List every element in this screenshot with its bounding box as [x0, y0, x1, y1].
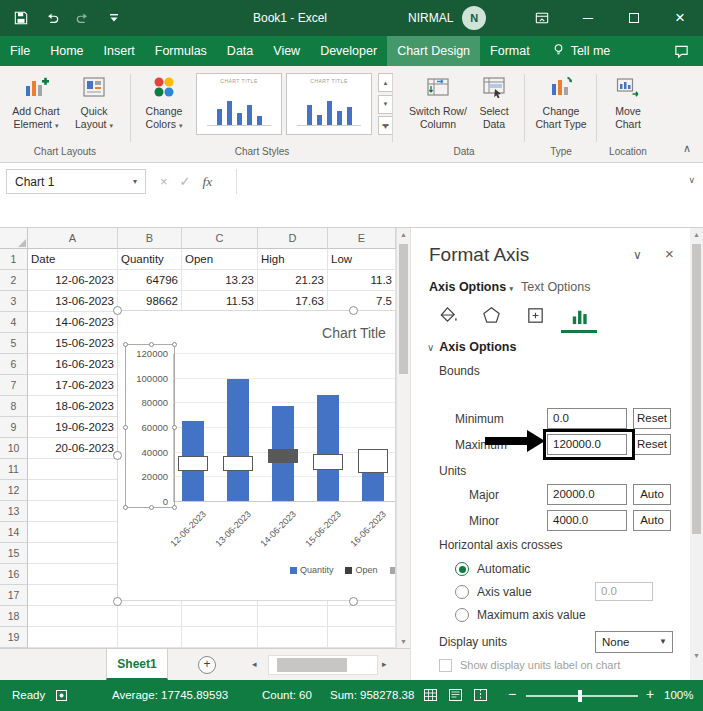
zoom-out-button[interactable]: −	[508, 686, 516, 702]
cell-A7[interactable]: 17-06-2023	[28, 375, 118, 396]
size-properties-icon[interactable]	[517, 300, 553, 330]
row-header-4[interactable]: 4	[0, 312, 28, 333]
maximize-button[interactable]	[611, 0, 657, 36]
row-header-10[interactable]: 10	[0, 438, 28, 459]
open-close-box[interactable]	[313, 454, 343, 470]
avatar[interactable]: N	[462, 6, 486, 30]
fill-line-icon[interactable]	[429, 300, 465, 330]
display-units-dropdown[interactable]: None ▼	[595, 631, 673, 653]
tab-axis-options[interactable]: Axis Options ▾	[429, 280, 513, 294]
maximum-reset-button[interactable]: Reset	[633, 434, 671, 455]
change-colors-button[interactable]: Change Colors ▾	[136, 71, 192, 132]
move-chart-button[interactable]: Move Chart	[604, 71, 652, 130]
radio-axis-value[interactable]	[455, 585, 469, 599]
effects-icon[interactable]	[473, 300, 509, 330]
cell-A4[interactable]: 14-06-2023	[28, 312, 118, 333]
select-all-corner[interactable]	[0, 228, 28, 249]
pane-collapse-icon[interactable]: ∨	[633, 248, 642, 262]
cell-D18[interactable]	[258, 606, 328, 627]
chart-style-preview-2[interactable]: CHART TITLE	[286, 73, 372, 135]
cell-B18[interactable]	[118, 606, 182, 627]
radio-automatic[interactable]	[455, 562, 469, 576]
cell-D2[interactable]: 21.23	[258, 270, 328, 291]
cell-E18[interactable]	[328, 606, 396, 627]
cell-B2[interactable]: 64796	[118, 270, 182, 291]
cell-B1[interactable]: Quantity	[118, 249, 182, 270]
change-chart-type-button[interactable]: Change Chart Type	[530, 71, 592, 130]
cell-A18[interactable]	[28, 606, 118, 627]
status-average[interactable]: Average: 17745.89593	[112, 689, 228, 701]
name-box-caret-icon[interactable]: ▾	[125, 177, 145, 186]
tab-text-options[interactable]: Text Options	[521, 280, 590, 294]
minor-unit-input[interactable]: 4000.0	[547, 510, 627, 531]
gallery-down-icon[interactable]: ▼	[378, 95, 393, 114]
row-header-14[interactable]: 14	[0, 522, 28, 543]
pane-scrollbar[interactable]: ▲ ▼	[690, 228, 703, 680]
cancel-icon[interactable]: ×	[160, 174, 168, 189]
zoom-slider[interactable]	[526, 695, 638, 697]
row-header-7[interactable]: 7	[0, 375, 28, 396]
comments-icon[interactable]	[674, 44, 689, 59]
horizontal-scrollbar[interactable]	[268, 655, 378, 675]
page-break-view-icon[interactable]	[474, 689, 487, 703]
cell-A9[interactable]: 19-06-2023	[28, 417, 118, 438]
volume-bar-13-06-2023[interactable]	[227, 379, 249, 501]
chart-resize-handle[interactable]	[113, 306, 122, 315]
minor-auto-button[interactable]: Auto	[633, 510, 671, 531]
cell-E1[interactable]: Low	[328, 249, 396, 270]
zoom-level[interactable]: 100%	[664, 689, 693, 701]
cell-C19[interactable]	[182, 627, 258, 648]
gallery-up-icon[interactable]: ▲	[378, 73, 393, 92]
hscroll-left-icon[interactable]: ◂	[252, 659, 257, 669]
vertical-scrollbar[interactable]: ▲ ▼	[396, 228, 410, 648]
hscroll-right-icon[interactable]: ▸	[382, 659, 387, 669]
new-sheet-button[interactable]: +	[198, 656, 216, 674]
minimum-reset-button[interactable]: Reset	[633, 408, 671, 429]
open-close-box[interactable]	[223, 456, 253, 471]
save-icon[interactable]	[12, 9, 30, 27]
cell-C3[interactable]: 11.53	[182, 291, 258, 312]
column-header-B[interactable]: B	[118, 228, 182, 249]
pane-close-icon[interactable]: ×	[665, 245, 674, 262]
cell-A3[interactable]: 13-06-2023	[28, 291, 118, 312]
row-header-2[interactable]: 2	[0, 270, 28, 291]
cell-C18[interactable]	[182, 606, 258, 627]
major-unit-input[interactable]: 20000.0	[547, 484, 627, 505]
open-close-box[interactable]	[178, 456, 208, 471]
cell-B19[interactable]	[118, 627, 182, 648]
scroll-down-icon[interactable]: ▼	[397, 638, 410, 645]
minimize-button[interactable]: ─	[565, 0, 611, 36]
open-close-box[interactable]	[358, 449, 388, 473]
column-header-E[interactable]: E	[328, 228, 396, 249]
row-header-17[interactable]: 17	[0, 585, 28, 606]
quick-layout-button[interactable]: Quick Layout ▾	[66, 71, 122, 132]
add-chart-element-button[interactable]: Add Chart Element ▾	[8, 71, 64, 132]
radio-maximum-axis-value[interactable]	[455, 608, 469, 622]
row-header-11[interactable]: 11	[0, 459, 28, 480]
formula-input[interactable]	[236, 169, 677, 194]
cell-A12[interactable]	[28, 480, 118, 501]
cell-A13[interactable]	[28, 501, 118, 522]
expand-formula-bar-icon[interactable]: ∨	[688, 175, 695, 185]
major-auto-button[interactable]: Auto	[633, 484, 671, 505]
tab-data[interactable]: Data	[217, 36, 263, 66]
cell-A1[interactable]: Date	[28, 249, 118, 270]
switch-row-column-button[interactable]: Switch Row/ Column	[408, 71, 468, 130]
row-header-18[interactable]: 18	[0, 606, 28, 627]
tab-developer[interactable]: Developer	[310, 36, 387, 66]
cell-D19[interactable]	[258, 627, 328, 648]
row-header-9[interactable]: 9	[0, 417, 28, 438]
row-header-15[interactable]: 15	[0, 543, 28, 564]
volume-bar-15-06-2023[interactable]	[317, 395, 339, 501]
cell-D3[interactable]: 17.63	[258, 291, 328, 312]
row-header-19[interactable]: 19	[0, 627, 28, 648]
row-header-8[interactable]: 8	[0, 396, 28, 417]
cell-C1[interactable]: Open	[182, 249, 258, 270]
cell-E19[interactable]	[328, 627, 396, 648]
cell-A10[interactable]: 20-06-2023	[28, 438, 118, 459]
status-sum[interactable]: Sum: 958278.38	[330, 689, 414, 701]
legend-item-high[interactable]: High	[390, 565, 396, 575]
vertical-scroll-thumb[interactable]	[399, 244, 408, 374]
chart-resize-handle[interactable]	[113, 597, 122, 606]
tab-format[interactable]: Format	[480, 36, 540, 66]
